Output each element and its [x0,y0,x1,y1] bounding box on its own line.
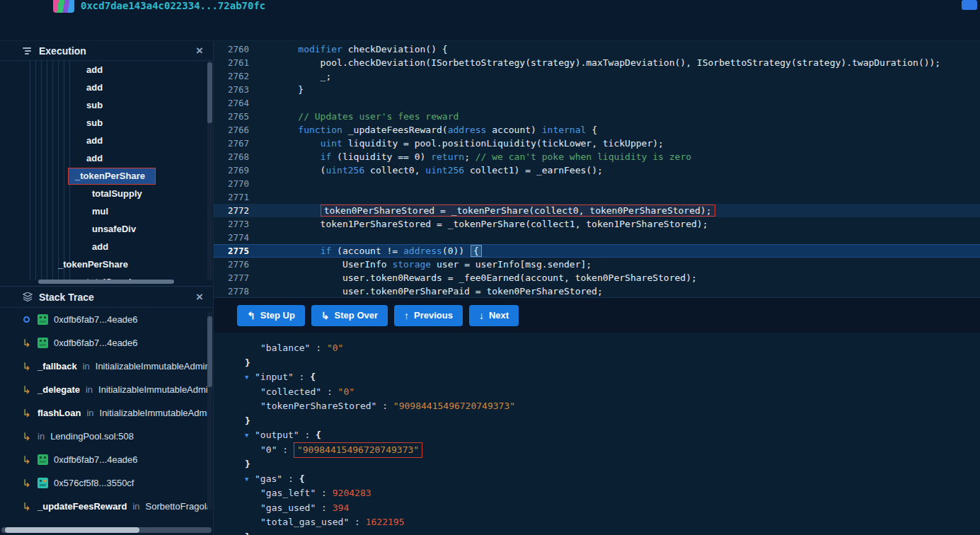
previous-button[interactable]: ↑Previous [394,305,463,326]
state-line: ▼"input" : { [214,370,980,385]
contract-address-link[interactable]: 0xcd7dae143a4c022334...72ab70fc [81,0,265,11]
stack-trace-close-icon[interactable]: × [196,291,203,303]
line-number[interactable]: 2773 [214,217,249,231]
arrow-glyph: ↳ [22,384,31,395]
execution-item[interactable]: add [0,61,207,79]
collapse-triangle-icon[interactable]: ▼ [245,472,255,487]
execution-item[interactable]: _tokenPerShare [0,167,207,185]
code-line: 2778 user.token0PerSharePaid = token0Per… [214,284,980,298]
line-number[interactable]: 2767 [214,137,249,150]
stack-trace-item[interactable]: 0xdfb6fab7...4eade6 [0,308,207,331]
collapse-triangle-icon[interactable]: ▼ [245,428,255,443]
line-number[interactable]: 2772 [214,204,249,217]
execution-item[interactable]: add [0,238,207,255]
execution-horizontal-scrollbar[interactable] [0,280,213,285]
stack-trace-item[interactable]: ↳0xdfb6fab7...4eade6 [0,448,207,471]
code-token: UserInfo [276,259,392,270]
code-text: user.token0Rewards = _fee0Earned(account… [249,271,697,284]
line-number[interactable]: 2774 [214,231,249,244]
stack-trace-item[interactable]: ↳_fallbackinInitializableImmutableAdminU… [0,355,207,378]
execution-item[interactable]: _tokenPerShare [0,255,207,273]
next-button[interactable]: ↓Next [469,305,519,326]
execution-close-icon[interactable]: × [196,45,203,57]
execution-item[interactable]: totalSupply [0,185,207,202]
contract-avatar[interactable] [53,0,74,13]
stack-trace-item[interactable]: ↳0xdfb6fab7...4eade6 [0,331,207,355]
line-number[interactable]: 2769 [214,163,249,177]
execution-item[interactable]: mul [0,202,207,220]
stack-vertical-scrollbar[interactable] [207,312,212,510]
execution-item[interactable]: sub [0,96,207,114]
line-number[interactable]: 2771 [214,190,249,204]
line-number[interactable]: 2766 [214,123,249,137]
line-number[interactable]: 2764 [214,96,249,110]
state-brace: { [310,370,316,385]
return-arrow-icon: ↳ [21,454,32,465]
keyword-token: uint256 [325,165,364,176]
stack-frame-function: _delegate [38,384,80,395]
stack-frame-contract: InitializableImmutableAdminU [98,384,207,395]
code-line: 2771 [214,190,980,204]
previous-icon: ↑ [404,311,409,321]
line-number[interactable]: 2765 [214,110,249,123]
state-line: "gas_left" : 9204283 [214,486,980,501]
keyword-token: modifier [298,44,342,54]
code-text: token0PerShareStored = _tokenPerShare(co… [249,204,715,217]
line-number[interactable]: 2775 [214,244,249,258]
scrollbar-thumb[interactable] [207,316,212,387]
code-token [276,125,298,135]
state-key: "tokenPerShareStored" [260,399,376,414]
stack-trace-item[interactable]: ↳_updateFeesRewardinSorbettoFragola.sol [0,495,207,518]
step-up-button[interactable]: ↰Step Up [237,305,305,326]
line-number[interactable]: 2761 [214,56,249,69]
state-key: "balance" [260,341,310,356]
state-line: } [214,414,980,429]
execution-item[interactable]: unsafeDiv [0,220,207,238]
code-line: 2769 (uint256 collect0, uint256 collect1… [214,163,980,177]
stack-trace-item[interactable]: ↳0x576cf5f8...3550cf [0,471,207,495]
line-number[interactable]: 2770 [214,177,249,190]
line-number[interactable]: 2777 [214,271,249,284]
scrollbar-thumb[interactable] [207,62,212,123]
line-number[interactable]: 2768 [214,150,249,163]
state-line: ▼"gas" : { [214,472,980,487]
step-over-button[interactable]: ↳Step Over [311,305,388,326]
return-arrow-icon: ↳ [21,384,32,395]
execution-item[interactable]: sub [0,114,207,132]
stack-frame-function: _updateFeesReward [38,501,127,512]
stack-trace-list: 0xdfb6fab7...4eade6↳0xdfb6fab7...4eade6↳… [0,308,207,527]
scrollbar-thumb[interactable] [38,280,174,284]
execution-item[interactable]: add [0,132,207,149]
stack-horizontal-scrollbar[interactable] [1,527,212,533]
line-number[interactable]: 2760 [214,42,249,56]
execution-item[interactable]: add [0,79,207,96]
code-text: modifier checkDeviation() { [249,42,448,56]
line-number[interactable]: 2778 [214,284,249,298]
scrollbar-thumb[interactable] [5,527,139,533]
code-line: 2763 } [214,83,980,96]
code-token: { [471,245,482,257]
button-label: Previous [414,310,453,321]
code-line: 2772 token0PerShareStored = _tokenPerSha… [214,204,980,217]
keyword-token: if [321,151,332,162]
execution-item[interactable]: add [0,149,207,167]
code-token: token0PerShareStored = _tokenPerShare(co… [321,205,715,217]
state-value: 394 [333,501,349,516]
code-token: (liquidity == 0) [331,151,431,162]
code-token: account) [486,125,541,135]
browser-corner-icon[interactable] [962,0,977,10]
return-arrow-icon: ↳ [21,408,32,418]
stack-frame-contract: InitializableImmutableAdminU [100,408,207,418]
line-number[interactable]: 2776 [214,258,249,271]
keyword-token: address [448,125,487,135]
debug-toolbar: ↰Step Up↳Step Over↑Previous↓Next [214,298,980,333]
line-number[interactable]: 2762 [214,69,249,83]
collapse-triangle-icon[interactable]: ▼ [245,370,255,385]
stack-trace-item[interactable]: ↳inLendingPool.sol:508 [0,425,207,448]
line-number[interactable]: 2763 [214,83,249,96]
stack-frame-contract: LendingPool.sol:508 [50,431,134,442]
stack-trace-item[interactable]: ↳_delegateinInitializableImmutableAdminU [0,378,207,401]
execution-vertical-scrollbar[interactable] [207,61,212,280]
stack-frame-function: _fallback [38,361,77,372]
stack-trace-item[interactable]: ↳flashLoaninInitializableImmutableAdminU [0,401,207,425]
